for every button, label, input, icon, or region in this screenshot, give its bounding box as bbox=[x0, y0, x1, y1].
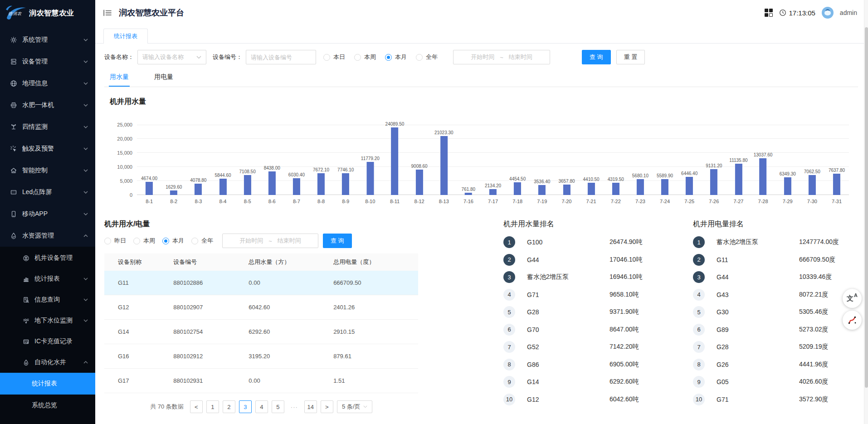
chart-bar-group[interactable]: 5844.60 8-4 bbox=[210, 125, 235, 195]
chart-bar-group[interactable]: 6349.30 7-29 bbox=[775, 125, 800, 195]
chevron-down-icon bbox=[83, 82, 88, 85]
pagination-item[interactable]: 14 bbox=[304, 400, 317, 413]
measure-tab[interactable]: 用电量 bbox=[153, 69, 174, 87]
sidebar-item-fertigation[interactable]: 水肥一体机 bbox=[0, 94, 95, 116]
sidebar-item-monitoring[interactable]: 四情监测 bbox=[0, 116, 95, 138]
chart-bar-group[interactable]: 11779.20 8-10 bbox=[358, 125, 382, 195]
chart-bar-group[interactable]: 4454.50 7-18 bbox=[505, 125, 530, 195]
submenu-item-ic-card[interactable]: IC卡充值记录 bbox=[0, 331, 95, 352]
sidebar-item-led[interactable]: Led点阵屏 bbox=[0, 181, 95, 203]
chart-bar-group[interactable]: 21023.30 8-13 bbox=[432, 125, 456, 195]
chart-bar-group[interactable]: 4410.50 7-21 bbox=[579, 125, 604, 195]
submenu-item-well-devices[interactable]: 机井设备管理 bbox=[0, 248, 95, 268]
chart-bar-group[interactable]: 4319.50 7-22 bbox=[604, 125, 628, 195]
rank-device-name: G86 bbox=[527, 361, 610, 368]
chart-bar-group[interactable]: 13037.60 7-28 bbox=[751, 125, 775, 195]
usage-period-radio-option[interactable]: 本周 bbox=[133, 237, 155, 245]
chart-bar-group[interactable]: 5589.90 7-24 bbox=[653, 125, 677, 195]
pagination-item[interactable]: 4 bbox=[255, 400, 268, 413]
translate-fab-button[interactable]: 文A bbox=[843, 289, 862, 308]
period-radio-option[interactable]: 本日 bbox=[323, 53, 345, 61]
chart-bar-group[interactable]: 2134.20 7-17 bbox=[481, 125, 505, 195]
device-code-input[interactable] bbox=[251, 54, 311, 61]
rank-value: 9658.10吨 bbox=[610, 291, 672, 299]
chart-bar-group[interactable]: 7108.50 8-5 bbox=[235, 125, 260, 195]
table-row[interactable]: G11 880102886 0.00 666709.50 bbox=[104, 271, 418, 295]
usage-period-radio-option[interactable]: 昨日 bbox=[104, 237, 126, 245]
sidebar-item-alerts[interactable]: 触发及预警 bbox=[0, 138, 95, 160]
chart-bar-group[interactable]: 4674.00 8-1 bbox=[137, 125, 161, 195]
chart-bar-group[interactable]: 9008.60 8-12 bbox=[407, 125, 432, 195]
pagination-item[interactable]: 3 bbox=[239, 400, 252, 413]
cell-total-water: 6292.60 bbox=[249, 328, 333, 335]
pagination-item[interactable]: 2 bbox=[223, 400, 235, 413]
chart-bar-group[interactable]: 5680.10 7-23 bbox=[628, 125, 653, 195]
submenu-item-info-query[interactable]: 信息查询 bbox=[0, 289, 95, 310]
submenu-item-groundwater[interactable]: 地下水位监测 bbox=[0, 310, 95, 331]
table-row[interactable]: G16 880102912 3195.20 879.61 bbox=[104, 344, 418, 369]
chart-bar-group[interactable]: 7062.50 7-30 bbox=[800, 125, 824, 195]
pagination-item[interactable]: 1 bbox=[206, 400, 219, 413]
chart-bar-group[interactable]: 1629.60 8-2 bbox=[161, 125, 186, 195]
chart-bar-group[interactable]: 3657.80 7-20 bbox=[554, 125, 579, 195]
radio-label: 本周 bbox=[364, 53, 376, 61]
rank-badge: 3 bbox=[503, 271, 515, 283]
period-radio-option[interactable]: 本周 bbox=[354, 53, 376, 61]
chart-title: 机井用水量 bbox=[110, 97, 858, 107]
pagination-item[interactable]: 5 bbox=[272, 400, 284, 413]
rank-value: 6292.60吨 bbox=[610, 378, 672, 386]
sidebar-item-geo[interactable]: 地理信息 bbox=[0, 73, 95, 94]
measure-tab[interactable]: 用水量 bbox=[109, 69, 130, 87]
table-row[interactable]: G12 880102907 6042.60 2401.26 bbox=[104, 295, 418, 320]
chart-bar-group[interactable]: 7637.80 7-31 bbox=[824, 125, 849, 195]
tab-stats-report[interactable]: 统计报表 bbox=[103, 29, 148, 44]
usage-period-radio-option[interactable]: 本月 bbox=[162, 237, 184, 245]
chart-bar-group[interactable]: 3536.40 7-19 bbox=[530, 125, 554, 195]
bar bbox=[661, 179, 668, 195]
collapse-sidebar-icon[interactable] bbox=[103, 10, 112, 16]
chart-bar-group[interactable]: 6446.40 7-25 bbox=[677, 125, 702, 195]
date-range-picker[interactable]: 开始时间 ~ 结束时间 bbox=[453, 50, 550, 64]
pagination-item[interactable]: < bbox=[190, 400, 203, 413]
period-radio-option[interactable]: 本月 bbox=[385, 53, 407, 61]
sidebar-item-smart-control[interactable]: 智能控制 bbox=[0, 160, 95, 181]
subsub-item-system-overview[interactable]: 系统总览 bbox=[0, 395, 95, 416]
chart-bar-group[interactable]: 7672.10 8-8 bbox=[309, 125, 333, 195]
sidebar-item-devices[interactable]: 设备管理 bbox=[0, 51, 95, 73]
pagination-item[interactable]: ··· bbox=[288, 400, 301, 413]
sidebar-item-water-resources[interactable]: 水资源管理 bbox=[0, 225, 95, 247]
sidebar-item-mobile-app[interactable]: 移动APP bbox=[0, 203, 95, 225]
device-name-select[interactable]: 请输入设备名称 bbox=[137, 50, 206, 64]
period-radio-option[interactable]: 全年 bbox=[416, 53, 438, 61]
bar-value-label: 3536.40 bbox=[534, 179, 550, 184]
search-button[interactable]: 查 询 bbox=[582, 50, 611, 64]
usage-date-range-picker[interactable]: 开始时间 ~ 结束时间 bbox=[222, 234, 318, 248]
avatar[interactable] bbox=[822, 7, 834, 19]
table-row[interactable]: G14 880102754 6292.60 2910.15 bbox=[104, 320, 418, 344]
page-size-select[interactable]: 5 条/页 bbox=[337, 400, 372, 413]
extension-fab-button[interactable] bbox=[843, 311, 862, 330]
chart-bar-group[interactable]: 7746.10 8-9 bbox=[333, 125, 358, 195]
chart-bar-group[interactable]: 4078.80 8-3 bbox=[186, 125, 210, 195]
chart-bar-group[interactable]: 8438.00 8-6 bbox=[260, 125, 284, 195]
water-drop-icon bbox=[10, 232, 17, 239]
usage-period-radio-option[interactable]: 全年 bbox=[191, 237, 213, 245]
scrollbar-thumb[interactable] bbox=[865, 27, 868, 388]
submenu-item-stats-report[interactable]: 统计报表 bbox=[0, 268, 95, 289]
usage-search-button[interactable]: 查 询 bbox=[323, 234, 352, 248]
chart-bar-group[interactable]: 11135.80 7-27 bbox=[726, 125, 751, 195]
ranking-row: 2 G44 17046.10吨 bbox=[503, 251, 672, 269]
radio-icon bbox=[104, 238, 111, 244]
sidebar-item-label: Led点阵屏 bbox=[22, 188, 52, 196]
subsub-item-stats-report-active[interactable]: 统计报表 bbox=[0, 373, 95, 395]
chart-bar-group[interactable]: 24089.50 8-11 bbox=[382, 125, 407, 195]
chart-bar-group[interactable]: 6030.40 8-7 bbox=[284, 125, 309, 195]
reset-button[interactable]: 重 置 bbox=[616, 50, 645, 64]
pagination-item[interactable]: > bbox=[321, 400, 333, 413]
chart-bar-group[interactable]: 761.80 7-16 bbox=[456, 125, 481, 195]
submenu-item-auto-well[interactable]: 自动化水井 bbox=[0, 352, 95, 373]
table-row[interactable]: G17 880102931 0.00 1.51 bbox=[104, 369, 418, 393]
chart-bar-group[interactable]: 9131.20 7-26 bbox=[702, 125, 726, 195]
sidebar-item-system[interactable]: 系统管理 bbox=[0, 29, 95, 51]
apps-grid-icon[interactable] bbox=[765, 9, 773, 17]
